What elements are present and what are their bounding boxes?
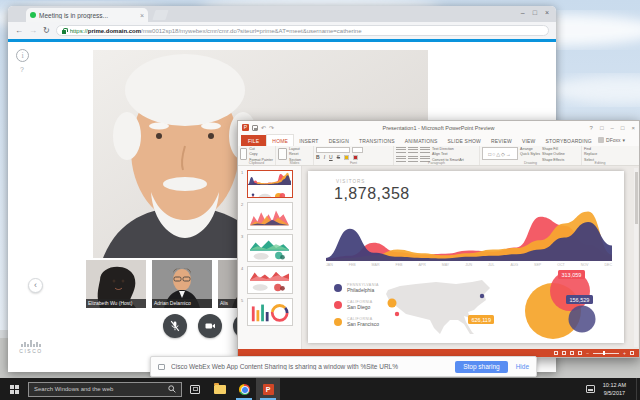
group-label: Paragraph (394, 161, 479, 165)
zoom-out-icon[interactable]: − (586, 351, 589, 356)
city-legend: PENNSYLVANIA Philadelphia CALIFORNIA San… (334, 283, 379, 334)
start-button[interactable] (0, 378, 28, 400)
participant-thumbnail[interactable]: Elizabeth Wu (Host) (86, 260, 146, 308)
ppt-ribbon-options-icon[interactable]: □ (600, 125, 604, 131)
bold-button[interactable]: B (316, 155, 320, 160)
ppt-restore-icon[interactable]: □ (621, 125, 625, 131)
browser-close-icon[interactable]: × (545, 9, 549, 16)
font-color-button[interactable] (353, 155, 358, 160)
slide-scrollbar[interactable] (634, 168, 638, 347)
quick-styles-button[interactable]: Quick Styles (520, 152, 540, 156)
visitors-area-chart (326, 209, 612, 261)
slide-thumbnail[interactable]: 3 (241, 234, 301, 262)
participant-thumbnail[interactable]: Adrian Delamico (152, 260, 212, 308)
cisco-wordmark: CISCO (14, 348, 48, 354)
new-tab-button[interactable] (152, 10, 168, 20)
slideshow-icon[interactable] (578, 351, 582, 355)
text-direction-button[interactable]: Text Direction (432, 147, 464, 151)
paste-button[interactable] (240, 148, 247, 160)
ppt-minimize-icon[interactable]: – (611, 125, 614, 131)
powerpoint-titlebar: P ↶ ↷ Presentation1 - Microsoft PowerPoi… (238, 121, 639, 134)
browser-minimize-icon[interactable]: – (521, 9, 525, 16)
forward-icon[interactable]: → (29, 27, 37, 35)
tab-file[interactable]: FILE (241, 135, 266, 146)
arrange-button[interactable]: Arrange (520, 147, 540, 151)
undo-icon[interactable]: ↶ (261, 125, 266, 131)
numbering-button[interactable] (408, 147, 418, 154)
taskbar-file-explorer[interactable] (208, 378, 232, 400)
tab-insert[interactable]: INSERT (294, 135, 323, 146)
ppt-help-icon[interactable]: ? (590, 125, 593, 131)
help-icon[interactable]: ? (20, 66, 24, 73)
mute-microphone-button[interactable] (163, 314, 187, 338)
tab-view[interactable]: VIEW (517, 135, 541, 146)
task-view-button[interactable] (190, 385, 200, 394)
slide-sorter-icon[interactable] (562, 351, 566, 355)
new-slide-button[interactable] (278, 148, 287, 160)
bullets-button[interactable] (396, 147, 406, 154)
legend-city: Philadelphia (347, 287, 379, 293)
reset-button[interactable]: Reset (289, 152, 301, 156)
shape-fill-button[interactable]: Shape Fill (542, 147, 565, 151)
reading-view-icon[interactable] (570, 351, 574, 355)
normal-view-icon[interactable] (554, 351, 558, 355)
browser-tab[interactable]: Meeting is in progress... × (26, 8, 148, 22)
slide-thumbnail[interactable]: 1 (241, 170, 301, 198)
align-left-button[interactable] (420, 147, 430, 154)
underline-button[interactable]: U (329, 155, 333, 160)
group-label: Clipboard (238, 161, 275, 165)
address-bar[interactable]: https://prime.domain.com/mw0012sp18/mywe… (56, 25, 549, 36)
hide-link[interactable]: Hide (516, 363, 529, 370)
zoom-in-icon[interactable]: + (623, 351, 626, 356)
clock-time: 10:12 AM (603, 381, 626, 389)
shape-outline-button[interactable]: Shape Outline (542, 152, 565, 156)
current-slide[interactable]: VISITORS 1,878,358 JANFEBMARFEBAPRMAYJUN… (308, 171, 624, 343)
tab-review[interactable]: REVIEW (486, 135, 517, 146)
copy-button[interactable]: Copy (249, 152, 273, 156)
font-name-box[interactable] (316, 147, 350, 153)
tab-storyboarding[interactable]: STORYBOARDING (541, 135, 597, 146)
layout-button[interactable]: Layout (289, 147, 301, 151)
cut-button[interactable]: Cut (249, 147, 273, 151)
tab-slideshow[interactable]: SLIDE SHOW (443, 135, 486, 146)
find-button[interactable]: Find (584, 147, 597, 151)
stop-sharing-button[interactable]: Stop sharing (455, 361, 508, 373)
filmstrip-prev-button[interactable]: ‹ (28, 278, 43, 293)
slide-thumbnail[interactable]: 4 (241, 266, 301, 294)
slide-thumbnail[interactable]: 2 (241, 202, 301, 230)
font-size-box[interactable] (352, 147, 363, 153)
redo-icon[interactable]: ↷ (269, 125, 274, 131)
strikethrough-button[interactable]: S (337, 155, 340, 160)
taskbar-powerpoint[interactable]: P (256, 378, 280, 400)
taskbar-chrome[interactable] (232, 378, 256, 400)
tray-window-icon[interactable] (586, 385, 595, 393)
zoom-slider[interactable] (593, 353, 619, 354)
signed-in-user[interactable]: DFoxx ▾ (598, 137, 625, 143)
highlight-color-button[interactable] (344, 155, 349, 160)
italic-button[interactable]: I (324, 155, 325, 160)
taskbar-search-input[interactable]: Search Windows and the web (28, 382, 182, 397)
tab-animations[interactable]: ANIMATIONS (400, 135, 443, 146)
back-icon[interactable]: ← (15, 27, 23, 35)
taskbar-clock[interactable]: 10:12 AM 9/5/2017 (603, 381, 626, 398)
save-icon[interactable] (252, 125, 258, 131)
tab-home[interactable]: HOME (266, 134, 294, 146)
quick-access-toolbar: P ↶ ↷ (238, 124, 274, 131)
ribbon-group-paragraph: Text Direction Align Text Convert to Sma… (394, 146, 480, 165)
slide-thumbnail[interactable]: 5 (241, 298, 301, 326)
slide-number: 5 (241, 298, 245, 303)
align-text-button[interactable]: Align Text (432, 152, 464, 156)
shapes-gallery[interactable]: □○△◇→ (482, 147, 518, 160)
show-desktop-button[interactable] (636, 378, 640, 400)
tab-design[interactable]: DESIGN (324, 135, 354, 146)
powerpoint-logo-icon: P (242, 124, 249, 131)
tab-transitions[interactable]: TRANSITIONS (354, 135, 400, 146)
browser-maximize-icon[interactable]: □ (533, 9, 537, 16)
info-icon[interactable]: i (16, 49, 29, 62)
tab-close-icon[interactable]: × (140, 12, 144, 19)
fit-to-window-icon[interactable] (630, 351, 634, 355)
refresh-icon[interactable]: ↻ (43, 27, 50, 35)
camera-button[interactable] (198, 314, 222, 338)
replace-button[interactable]: Replace (584, 152, 597, 156)
ppt-close-icon[interactable]: × (631, 125, 635, 131)
